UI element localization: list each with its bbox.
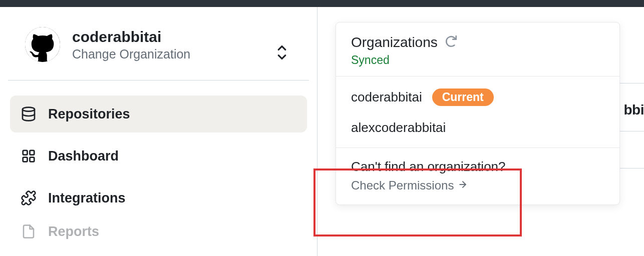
nav-label: Integrations: [48, 190, 126, 206]
popup-title: Organizations: [351, 34, 438, 50]
svg-rect-2: [30, 150, 35, 155]
footer-title: Can't find an organization?: [351, 159, 604, 174]
nav: Repositories Dashboard Integrations Repo…: [0, 96, 317, 242]
layout: coderabbitai Change Organization Reposit…: [0, 7, 644, 256]
org-name: coderabbitai: [72, 28, 297, 46]
check-permissions-link[interactable]: Check Permissions: [351, 178, 604, 192]
nav-item-integrations[interactable]: Integrations: [10, 180, 307, 216]
nav-item-reports[interactable]: Reports: [10, 222, 307, 242]
nav-item-repositories[interactable]: Repositories: [10, 96, 307, 132]
org-item-name: coderabbitai: [351, 90, 422, 105]
svg-point-0: [23, 108, 35, 112]
org-switcher[interactable]: coderabbitai Change Organization: [0, 27, 317, 80]
svg-rect-3: [30, 158, 35, 162]
bg-divider: [619, 83, 644, 84]
popup-header: Organizations Synced: [336, 22, 619, 76]
popup-footer: Can't find an organization? Check Permis…: [336, 148, 619, 204]
divider: [8, 80, 309, 80]
org-item-alexcoderabbitai[interactable]: alexcoderabbitai: [336, 113, 619, 142]
github-icon: [25, 27, 60, 62]
puzzle-icon: [20, 190, 37, 206]
database-icon: [20, 106, 37, 122]
grid-icon: [20, 148, 37, 164]
org-item-name: alexcoderabbitai: [351, 120, 446, 136]
refresh-icon[interactable]: [445, 35, 458, 50]
bg-divider: [619, 131, 644, 132]
change-org-label: Change Organization: [72, 47, 297, 62]
bg-partial-text: bbi: [624, 102, 645, 118]
chevron-sort-icon: [275, 44, 289, 63]
sidebar: coderabbitai Change Organization Reposit…: [0, 7, 317, 256]
arrow-right-icon: [458, 178, 468, 192]
footer-link-label: Check Permissions: [351, 178, 454, 192]
org-popup: Organizations Synced coderabbitai Curren…: [336, 22, 620, 205]
nav-item-dashboard[interactable]: Dashboard: [10, 138, 307, 174]
nav-label: Reports: [48, 224, 99, 240]
top-bar: [0, 0, 644, 7]
nav-label: Repositories: [48, 106, 130, 122]
popup-list: coderabbitai Current alexcoderabbitai: [336, 76, 619, 148]
svg-rect-1: [23, 150, 28, 155]
current-badge: Current: [432, 88, 494, 106]
bg-divider: [619, 168, 644, 168]
org-text: coderabbitai Change Organization: [72, 28, 297, 62]
main: bbi Organizations Synced coderabbitai Cu…: [317, 7, 644, 256]
org-item-coderabbitai[interactable]: coderabbitai Current: [336, 82, 619, 113]
sync-status: Synced: [351, 54, 604, 67]
nav-label: Dashboard: [48, 148, 119, 164]
svg-rect-4: [23, 158, 28, 162]
file-icon: [20, 223, 37, 240]
